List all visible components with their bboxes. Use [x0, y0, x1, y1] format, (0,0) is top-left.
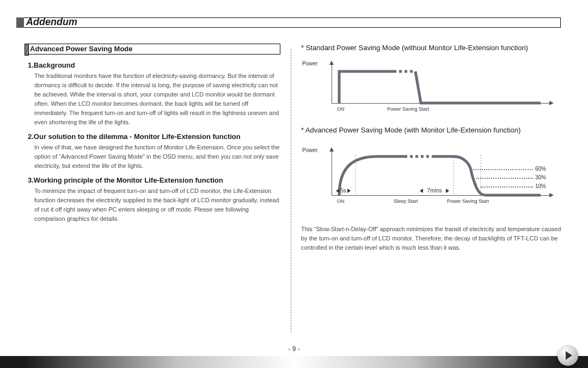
chart1-tick-pss: Power Saving Start: [387, 106, 429, 112]
chart1-title: * Standard Power Saving Mode (without Mo…: [301, 44, 564, 52]
footer-gradient: [0, 356, 588, 368]
next-page-button[interactable]: [558, 345, 578, 366]
pct-line-60: [473, 169, 533, 170]
triangle-left-icon: [420, 189, 423, 193]
right-column: * Standard Power Saving Mode (without Mo…: [301, 44, 564, 252]
chart2-tick-on: ON: [337, 198, 345, 204]
column-divider: [291, 49, 291, 333]
triangle-left-icon: [336, 189, 339, 193]
chart2-tick-pss: Power Saving Start: [447, 198, 489, 204]
range-7mins-label: 7mins: [427, 188, 442, 194]
pct-30: 30%: [535, 174, 546, 180]
range-5s: 5s: [336, 188, 351, 194]
triangle-right-icon: [347, 189, 351, 193]
arrow-right-icon: [566, 351, 572, 360]
triangle-right-icon: [446, 189, 449, 193]
left-column: Advanced Power Saving Mode 1.Background …: [24, 44, 280, 227]
text-background: The traditional monitors have the functi…: [34, 71, 280, 127]
content-columns: Advanced Power Saving Mode 1.Background …: [24, 44, 564, 338]
pct-10: 10%: [535, 183, 546, 189]
pct-line-10: [481, 186, 533, 188]
heading-solution: 2.Our solution to the dilemma - Monitor …: [28, 132, 280, 141]
chart2-tick-sleep: Sleep Start: [394, 198, 418, 204]
page: Addendum Advanced Power Saving Mode 1.Ba…: [0, 0, 588, 368]
range-5s-label: 5s: [340, 188, 346, 194]
range-7mins: 7mins: [420, 188, 449, 194]
section-banner: Advanced Power Saving Mode: [24, 44, 280, 55]
chart1-tick-on: ON: [337, 106, 345, 112]
text-principle: To minimize the impact of frequent turn-…: [34, 186, 280, 224]
text-solution: In view of that, we have designed the fu…: [34, 143, 280, 171]
chart-advanced: Power 60% 30% 10%: [301, 137, 557, 214]
heading-principle: 3.Working principle of the Monitor Life-…: [28, 176, 280, 184]
header-rule: [16, 17, 561, 28]
page-number: - 9 -: [0, 345, 588, 353]
page-title: Addendum: [26, 16, 77, 28]
chart-standard: Power ON Power Saving Start: [301, 55, 557, 115]
chart2-title: * Advanced Power Saving Mode (with Monit…: [301, 126, 564, 134]
header-accent: [16, 17, 24, 28]
pct-60: 60%: [535, 166, 546, 172]
heading-background: 1.Background: [28, 61, 280, 69]
pct-line-30: [476, 178, 533, 179]
text-explanation: This “Slow-Start-n-Delay-Off” approach m…: [301, 225, 564, 252]
